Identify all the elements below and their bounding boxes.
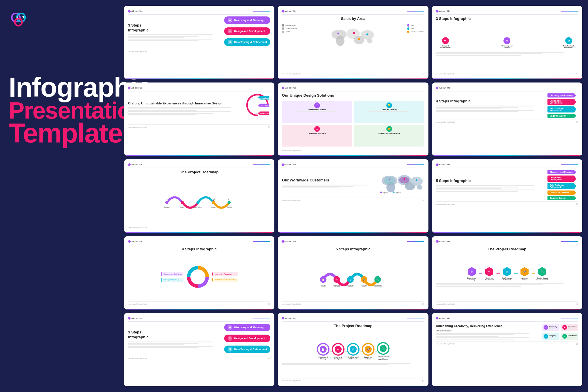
svg-point-11 — [337, 33, 339, 35]
tag-diamond-icon — [128, 10, 131, 13]
svg-point-10 — [367, 38, 372, 43]
tag-diamond-icon-12 — [435, 240, 439, 243]
slide-2[interactable]: About Us Sales by Area North America Sou… — [278, 6, 428, 79]
bottom-line — [124, 78, 274, 79]
world-map — [298, 23, 405, 49]
header-line — [253, 11, 270, 12]
svg-text:Ongoing: Ongoing — [227, 207, 232, 208]
tag-diamond-icon-4 — [128, 86, 131, 89]
svg-text:⚙: ⚙ — [352, 348, 354, 351]
slide-2-footer: Innovative Design Studio 02 — [282, 71, 424, 75]
svg-text:Beta Testing: Beta Testing — [194, 207, 202, 208]
slide-4-title: Crafting Unforgettable Experiences throu… — [128, 101, 242, 105]
svg-text:Design: Design — [180, 207, 185, 208]
svg-point-55 — [393, 192, 394, 193]
tag-diamond-icon-14 — [282, 317, 285, 320]
tag-diamond-icon-2 — [282, 10, 285, 13]
slide-12-title: The Project Roadmap — [436, 247, 578, 252]
slide-1-tag: About Us — [128, 10, 143, 12]
slide-11-title: 5 Steps Infographic — [282, 247, 424, 252]
svg-text:📋: 📋 — [166, 198, 168, 201]
slide-6[interactable]: About Us 4 Steps Infographic Discovery a… — [432, 82, 582, 156]
svg-point-13 — [366, 33, 368, 35]
map-legend: North America South America Africa — [282, 23, 297, 33]
slide-7[interactable]: About Us The Project Roadmap — [124, 159, 274, 232]
slide-8[interactable]: About Us Our Worldwide Customers — [278, 159, 428, 232]
svg-text:Planning: Planning — [348, 286, 353, 288]
slide-11[interactable]: About Us 5 Steps Infographic 📋 ✏ ⚙ — [278, 236, 428, 310]
step-badges: ◈ Discovery and Planning ✏ Design and De… — [224, 16, 270, 48]
svg-text:🚀: 🚀 — [362, 278, 366, 282]
slides-grid: About Us 3 StepsInfographic ◈ — [121, 0, 588, 392]
svg-point-28 — [181, 201, 184, 204]
svg-text:Enhancements: Enhancements — [374, 286, 382, 288]
slide-13-title: 3 StepsInfographic — [128, 330, 222, 340]
svg-text:✏: ✏ — [181, 198, 183, 201]
svg-text:Region 2: Region 2 — [395, 192, 401, 194]
svg-point-48 — [399, 177, 409, 183]
slide-1[interactable]: About Us 3 StepsInfographic ◈ — [124, 6, 274, 79]
svg-text:📋: 📋 — [321, 348, 325, 351]
donut-svg — [186, 265, 209, 288]
svg-text:Discovery: Discovery — [164, 207, 170, 208]
penta-steps: Discovery and Planning Design and Develo… — [547, 93, 566, 118]
slide-7-title: The Project Roadmap — [128, 170, 270, 175]
step-badge-2: ✏ Design and Development — [224, 27, 270, 35]
slide-5-title: Our Unique Design Solutions — [282, 93, 424, 98]
slide-15[interactable]: About Us Unleashing Creativity, Deliveri… — [432, 313, 582, 386]
tag-diamond-icon-9 — [435, 163, 439, 166]
slide-1-header: About Us — [128, 10, 270, 15]
svg-text:✏: ✏ — [336, 278, 338, 281]
slide-3-title: 3 Steps Infographic — [436, 16, 578, 21]
tag-diamond-icon-7 — [128, 163, 131, 166]
tag-diamond-icon-6 — [435, 86, 439, 89]
slide-12[interactable]: About Us The Project Roadmap ◈ Discovery… — [432, 236, 582, 310]
circle-diagram-svg: Customised Solutions Strategic Thinking … — [244, 93, 270, 122]
slide-8-title: Our Worldwide Customers — [282, 178, 377, 183]
slide-10[interactable]: About Us 4 Steps Infographic Customised … — [124, 236, 274, 310]
logo-icon: c 3 — [9, 12, 32, 29]
slide-2-title: Sales by Area — [282, 16, 424, 21]
badge-icon-1: ◈ — [228, 18, 232, 22]
svg-point-46 — [410, 177, 423, 186]
tag-diamond-icon-15 — [435, 317, 439, 320]
svg-point-47 — [417, 185, 422, 190]
slide-4[interactable]: About Us Crafting Unforgettable Experien… — [124, 82, 274, 156]
step-badge-1: ◈ Discovery and Planning — [224, 16, 270, 24]
slide-10-title: 4 Steps Infographic — [128, 247, 270, 252]
slide-14[interactable]: About Us The Project Roadmap 📋 Discovery… — [278, 313, 428, 386]
logo-area: c 3 — [9, 12, 32, 29]
tag-diamond-icon-8 — [282, 163, 285, 166]
svg-text:🔧: 🔧 — [228, 198, 231, 201]
svg-text:✏: ✏ — [488, 270, 490, 273]
svg-text:c: c — [17, 15, 19, 19]
svg-text:📋: 📋 — [322, 278, 325, 282]
svg-point-30 — [212, 201, 215, 204]
svg-text:🚀: 🚀 — [366, 348, 370, 351]
sidebar: c 3 Infographic Presentation Template — [0, 0, 121, 392]
tag-diamond-icon-10 — [128, 240, 131, 243]
svg-text:Strategic Thinking: Strategic Thinking — [259, 105, 270, 107]
svg-text:🔧: 🔧 — [376, 278, 379, 282]
slide-1-footer: Innovative Design Studio 01 — [128, 49, 270, 53]
svg-text:Planning: Planning — [321, 286, 326, 288]
svg-point-61 — [192, 271, 204, 283]
svg-point-50 — [389, 179, 390, 181]
slide-5[interactable]: About Us Our Unique Design Solutions ☰ C… — [278, 82, 428, 156]
svg-point-6 — [336, 35, 344, 46]
worldwide-map-svg: Region 1 Region 2 — [380, 170, 424, 195]
slide-6-title: 4 Steps Infographic — [436, 99, 545, 104]
svg-point-53 — [380, 192, 382, 193]
slide-9[interactable]: About Us 5 Steps Infographic Discovery a… — [432, 159, 582, 232]
slide-3[interactable]: About Us 3 Steps Infographic ✏ Design & … — [432, 6, 582, 79]
svg-point-27 — [165, 201, 168, 204]
slide-13[interactable]: About Us 3 StepsInfographic ◈ — [124, 313, 274, 386]
svg-point-52 — [416, 179, 417, 181]
svg-text:Refinement: Refinement — [334, 286, 340, 288]
world-map-svg — [326, 23, 378, 49]
badge-icon-3: ⚙ — [228, 40, 232, 44]
tag-diamond-icon-5 — [282, 86, 285, 89]
svg-text:3: 3 — [22, 15, 24, 19]
slide-15-title: Unleashing Creativity, Delivering Excell… — [436, 324, 540, 328]
svg-point-49 — [384, 177, 395, 185]
